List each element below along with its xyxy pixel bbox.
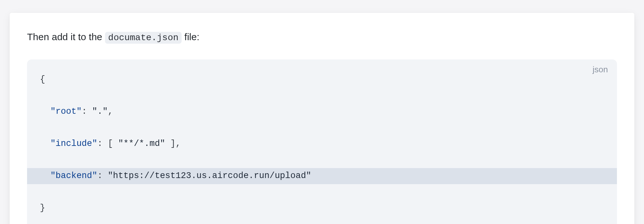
code-line: { bbox=[27, 72, 617, 88]
intro-paragraph: Then add it to the documate.json file: bbox=[27, 30, 617, 44]
code-token: , bbox=[108, 107, 113, 116]
code-token: "https://test123.us.aircode.run/upload" bbox=[108, 171, 311, 181]
code-line: "root": ".", bbox=[27, 104, 617, 120]
code-token: ] bbox=[165, 139, 175, 148]
code-token: { bbox=[40, 75, 45, 84]
documentation-card: Then add it to the documate.json file: j… bbox=[10, 13, 634, 224]
code-token bbox=[40, 107, 50, 116]
code-token bbox=[40, 139, 50, 148]
code-token: "include" bbox=[50, 139, 97, 148]
code-token bbox=[40, 171, 50, 181]
code-content: { "root": ".", "include": [ "**/*.md" ],… bbox=[27, 67, 617, 224]
intro-prefix: Then add it to the bbox=[27, 31, 105, 42]
inline-code-filename: documate.json bbox=[105, 32, 182, 44]
code-token: , bbox=[175, 139, 181, 148]
code-token: "**/*.md" bbox=[118, 139, 165, 148]
code-token: "root" bbox=[50, 107, 81, 116]
code-line-highlighted: "backend": "https://test123.us.aircode.r… bbox=[27, 168, 617, 184]
code-line: } bbox=[27, 200, 617, 216]
code-token: "." bbox=[92, 107, 108, 116]
code-token: } bbox=[40, 203, 45, 213]
language-label: json bbox=[592, 65, 608, 75]
code-token: : bbox=[97, 139, 108, 148]
intro-suffix: file: bbox=[182, 31, 199, 42]
code-line: "include": [ "**/*.md" ], bbox=[27, 136, 617, 152]
code-token: : bbox=[97, 171, 108, 181]
code-token: "backend" bbox=[50, 171, 97, 181]
code-token: [ bbox=[108, 139, 118, 148]
code-token: : bbox=[82, 107, 92, 116]
code-block: json { "root": ".", "include": [ "**/*.m… bbox=[27, 59, 617, 224]
